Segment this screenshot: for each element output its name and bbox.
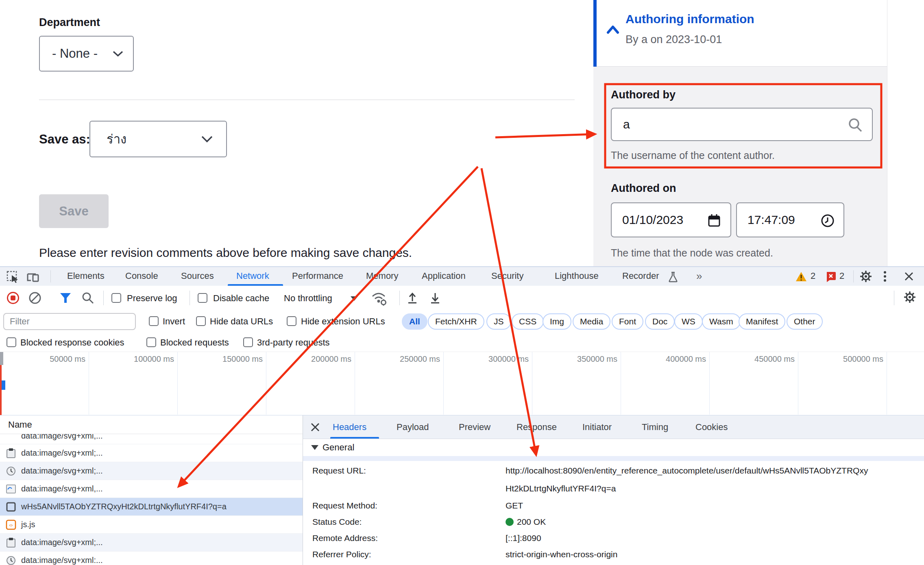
throttling-select[interactable]: No throttling bbox=[284, 293, 332, 304]
filter-chip-doc[interactable]: Doc bbox=[645, 313, 675, 330]
request-row[interactable]: ‹› js.js bbox=[0, 516, 303, 534]
filter-chip-ws[interactable]: WS bbox=[674, 313, 703, 330]
request-row[interactable]: data:image/svg+xml,... bbox=[0, 434, 303, 444]
record-icon[interactable] bbox=[7, 291, 20, 304]
details-tab-timing[interactable]: Timing bbox=[642, 415, 668, 439]
timeline-gridline bbox=[887, 352, 887, 415]
blocked-requests-checkbox[interactable] bbox=[146, 337, 156, 347]
hide-extension-urls-checkbox[interactable] bbox=[287, 316, 296, 326]
network-conditions-icon[interactable] bbox=[371, 291, 389, 306]
authored-by-field[interactable]: a bbox=[611, 108, 873, 141]
department-label: Department bbox=[39, 16, 100, 29]
timeline-tick-label: 150000 ms bbox=[185, 354, 263, 364]
request-row[interactable]: data:image/svg+xml,... bbox=[0, 480, 303, 498]
filter-chip-all[interactable]: All bbox=[402, 313, 427, 330]
tab-memory[interactable]: Memory bbox=[366, 267, 398, 285]
tab-lighthouse[interactable]: Lighthouse bbox=[555, 267, 599, 285]
clipboard-icon bbox=[6, 537, 16, 548]
third-party-requests-label[interactable]: 3rd-party requests bbox=[257, 337, 330, 348]
status-code-key: Status Code: bbox=[312, 517, 362, 527]
warning-icon[interactable] bbox=[795, 272, 807, 282]
blocked-response-cookies-checkbox[interactable] bbox=[7, 337, 16, 347]
request-row[interactable]: data:image/svg+xml;... bbox=[0, 462, 303, 480]
blocked-requests-label[interactable]: Blocked requests bbox=[160, 337, 229, 348]
settings-gear-icon[interactable] bbox=[860, 270, 872, 282]
third-party-requests-checkbox[interactable] bbox=[243, 337, 253, 347]
details-tab-preview[interactable]: Preview bbox=[459, 415, 490, 439]
authoring-info-title[interactable]: Authoring information bbox=[625, 12, 754, 26]
active-details-tab-underline bbox=[330, 437, 379, 439]
details-tab-payload[interactable]: Payload bbox=[397, 415, 429, 439]
search-icon[interactable] bbox=[81, 291, 94, 304]
timeline-request-bar[interactable] bbox=[2, 380, 5, 390]
timeline-scroll-handle[interactable] bbox=[0, 352, 3, 365]
filter-chip-other[interactable]: Other bbox=[787, 313, 823, 330]
network-options-row: Blocked response cookies Blocked request… bbox=[0, 334, 924, 352]
filter-chip-js[interactable]: JS bbox=[486, 313, 511, 330]
blocked-response-cookies-label[interactable]: Blocked response cookies bbox=[20, 337, 124, 348]
inspect-element-icon[interactable] bbox=[7, 271, 20, 283]
throttling-dropdown-arrow[interactable] bbox=[351, 296, 358, 301]
time-value: 17:47:09 bbox=[747, 213, 795, 227]
preserve-log-checkbox[interactable] bbox=[111, 293, 121, 303]
request-row[interactable]: data:image/svg+xml:... bbox=[0, 552, 303, 565]
filter-funnel-icon[interactable] bbox=[59, 292, 72, 304]
more-tabs-button[interactable]: » bbox=[696, 267, 702, 285]
request-row-selected[interactable]: wHs5ANvll5TAObYZTRQxyHt2kDLtrtgNkyflutYR… bbox=[0, 498, 303, 516]
calendar-icon[interactable] bbox=[708, 214, 721, 228]
export-har-icon[interactable] bbox=[429, 291, 442, 304]
filter-chip-wasm[interactable]: Wasm bbox=[702, 313, 741, 330]
save-button[interactable]: Save bbox=[39, 194, 109, 228]
chevron-up-icon[interactable] bbox=[606, 24, 620, 35]
hide-data-urls-label[interactable]: Hide data URLs bbox=[210, 316, 273, 327]
tab-elements[interactable]: Elements bbox=[67, 267, 105, 285]
details-tab-cookies[interactable]: Cookies bbox=[695, 415, 728, 439]
filter-chip-img[interactable]: Img bbox=[543, 313, 571, 330]
preserve-log-label[interactable]: Preserve log bbox=[127, 293, 177, 304]
filter-chip-manifest[interactable]: Manifest bbox=[739, 313, 785, 330]
filter-chip-media[interactable]: Media bbox=[573, 313, 610, 330]
filter-input[interactable] bbox=[3, 313, 136, 330]
authored-on-time-field[interactable]: 17:47:09 bbox=[736, 202, 844, 237]
clock-icon bbox=[6, 466, 16, 476]
tab-network[interactable]: Network bbox=[236, 267, 269, 285]
tab-recorder[interactable]: Recorder bbox=[622, 267, 659, 285]
close-devtools-icon[interactable] bbox=[904, 271, 914, 282]
timeline-gridline bbox=[709, 352, 710, 415]
more-options-icon[interactable] bbox=[883, 271, 887, 282]
authored-on-date-field[interactable]: 01/10/2023 bbox=[611, 202, 731, 237]
tab-performance[interactable]: Performance bbox=[292, 267, 343, 285]
tab-security[interactable]: Security bbox=[491, 267, 523, 285]
invert-label[interactable]: Invert bbox=[163, 316, 185, 327]
request-row[interactable]: data:image/svg+xml;... bbox=[0, 444, 303, 462]
hide-data-urls-checkbox[interactable] bbox=[196, 316, 206, 326]
device-toolbar-icon[interactable] bbox=[25, 271, 41, 283]
details-tab-headers[interactable]: Headers bbox=[333, 415, 366, 439]
error-icon[interactable] bbox=[826, 272, 836, 282]
hide-extension-urls-label[interactable]: Hide extension URLs bbox=[301, 316, 385, 327]
save-as-select[interactable]: ร่าง bbox=[89, 121, 227, 157]
separator bbox=[103, 291, 104, 305]
details-tab-initiator[interactable]: Initiator bbox=[582, 415, 612, 439]
name-column-header[interactable]: Name bbox=[0, 415, 303, 434]
disable-cache-checkbox[interactable] bbox=[198, 293, 207, 303]
department-select[interactable]: - None - bbox=[39, 36, 134, 72]
clear-icon[interactable] bbox=[28, 291, 41, 304]
close-details-icon[interactable] bbox=[310, 422, 320, 432]
flask-icon bbox=[668, 271, 678, 282]
network-settings-gear-icon[interactable] bbox=[904, 291, 916, 303]
import-har-icon[interactable] bbox=[406, 291, 419, 304]
filter-chip-fetchxhr[interactable]: Fetch/XHR bbox=[428, 313, 484, 330]
request-row[interactable]: data:image/svg+xml;... bbox=[0, 534, 303, 552]
tab-sources[interactable]: Sources bbox=[181, 267, 214, 285]
general-section-header[interactable]: General bbox=[303, 439, 924, 456]
filter-chip-css[interactable]: CSS bbox=[512, 313, 544, 330]
disable-cache-label[interactable]: Disable cache bbox=[213, 293, 269, 304]
request-name: data:image/svg+xml;... bbox=[21, 448, 103, 458]
details-tab-response[interactable]: Response bbox=[516, 415, 557, 439]
invert-checkbox[interactable] bbox=[149, 316, 159, 326]
tab-application[interactable]: Application bbox=[422, 267, 466, 285]
clock-icon[interactable] bbox=[821, 214, 835, 228]
filter-chip-font[interactable]: Font bbox=[612, 313, 643, 330]
tab-console[interactable]: Console bbox=[125, 267, 158, 285]
